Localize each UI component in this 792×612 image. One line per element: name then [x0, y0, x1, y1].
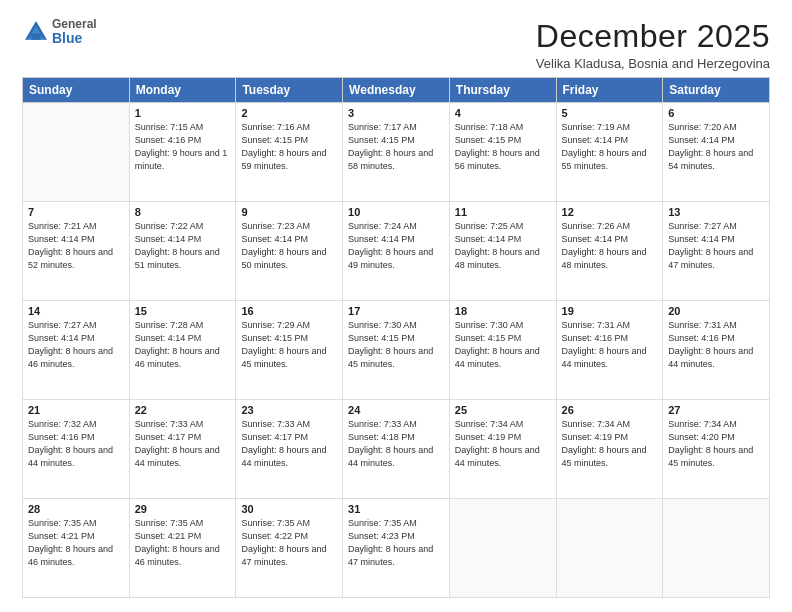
- calendar-cell: 10Sunrise: 7:24 AMSunset: 4:14 PMDayligh…: [343, 202, 450, 301]
- calendar-table: SundayMondayTuesdayWednesdayThursdayFrid…: [22, 77, 770, 598]
- calendar-cell: 6Sunrise: 7:20 AMSunset: 4:14 PMDaylight…: [663, 103, 770, 202]
- calendar-cell: 3Sunrise: 7:17 AMSunset: 4:15 PMDaylight…: [343, 103, 450, 202]
- calendar-cell: 4Sunrise: 7:18 AMSunset: 4:15 PMDaylight…: [449, 103, 556, 202]
- day-number: 18: [455, 305, 551, 317]
- cell-info: Sunrise: 7:35 AMSunset: 4:23 PMDaylight:…: [348, 517, 444, 569]
- svg-rect-2: [31, 34, 40, 40]
- cell-info: Sunrise: 7:30 AMSunset: 4:15 PMDaylight:…: [348, 319, 444, 371]
- calendar-cell: 15Sunrise: 7:28 AMSunset: 4:14 PMDayligh…: [129, 301, 236, 400]
- day-header-monday: Monday: [129, 78, 236, 103]
- day-number: 8: [135, 206, 231, 218]
- week-row-1: 1Sunrise: 7:15 AMSunset: 4:16 PMDaylight…: [23, 103, 770, 202]
- logo: General Blue: [22, 18, 97, 47]
- cell-info: Sunrise: 7:35 AMSunset: 4:21 PMDaylight:…: [135, 517, 231, 569]
- day-number: 9: [241, 206, 337, 218]
- cell-info: Sunrise: 7:34 AMSunset: 4:19 PMDaylight:…: [562, 418, 658, 470]
- header: General Blue December 2025 Velika Kladus…: [22, 18, 770, 71]
- day-header-thursday: Thursday: [449, 78, 556, 103]
- cell-info: Sunrise: 7:34 AMSunset: 4:19 PMDaylight:…: [455, 418, 551, 470]
- calendar-cell: 20Sunrise: 7:31 AMSunset: 4:16 PMDayligh…: [663, 301, 770, 400]
- day-number: 7: [28, 206, 124, 218]
- calendar-cell: 17Sunrise: 7:30 AMSunset: 4:15 PMDayligh…: [343, 301, 450, 400]
- location-subtitle: Velika Kladusa, Bosnia and Herzegovina: [536, 56, 770, 71]
- calendar-cell: [449, 499, 556, 598]
- calendar-cell: 13Sunrise: 7:27 AMSunset: 4:14 PMDayligh…: [663, 202, 770, 301]
- cell-info: Sunrise: 7:28 AMSunset: 4:14 PMDaylight:…: [135, 319, 231, 371]
- calendar-cell: 22Sunrise: 7:33 AMSunset: 4:17 PMDayligh…: [129, 400, 236, 499]
- calendar-cell: 5Sunrise: 7:19 AMSunset: 4:14 PMDaylight…: [556, 103, 663, 202]
- calendar-cell: 14Sunrise: 7:27 AMSunset: 4:14 PMDayligh…: [23, 301, 130, 400]
- day-header-friday: Friday: [556, 78, 663, 103]
- week-row-4: 21Sunrise: 7:32 AMSunset: 4:16 PMDayligh…: [23, 400, 770, 499]
- day-header-tuesday: Tuesday: [236, 78, 343, 103]
- day-number: 5: [562, 107, 658, 119]
- calendar-cell: 11Sunrise: 7:25 AMSunset: 4:14 PMDayligh…: [449, 202, 556, 301]
- cell-info: Sunrise: 7:16 AMSunset: 4:15 PMDaylight:…: [241, 121, 337, 173]
- cell-info: Sunrise: 7:35 AMSunset: 4:21 PMDaylight:…: [28, 517, 124, 569]
- calendar-cell: [663, 499, 770, 598]
- day-header-saturday: Saturday: [663, 78, 770, 103]
- cell-info: Sunrise: 7:33 AMSunset: 4:17 PMDaylight:…: [241, 418, 337, 470]
- calendar-cell: 16Sunrise: 7:29 AMSunset: 4:15 PMDayligh…: [236, 301, 343, 400]
- day-number: 26: [562, 404, 658, 416]
- day-number: 3: [348, 107, 444, 119]
- day-number: 16: [241, 305, 337, 317]
- day-number: 30: [241, 503, 337, 515]
- day-header-sunday: Sunday: [23, 78, 130, 103]
- cell-info: Sunrise: 7:17 AMSunset: 4:15 PMDaylight:…: [348, 121, 444, 173]
- day-number: 10: [348, 206, 444, 218]
- day-number: 6: [668, 107, 764, 119]
- cell-info: Sunrise: 7:34 AMSunset: 4:20 PMDaylight:…: [668, 418, 764, 470]
- day-number: 19: [562, 305, 658, 317]
- calendar-cell: 28Sunrise: 7:35 AMSunset: 4:21 PMDayligh…: [23, 499, 130, 598]
- cell-info: Sunrise: 7:25 AMSunset: 4:14 PMDaylight:…: [455, 220, 551, 272]
- cell-info: Sunrise: 7:19 AMSunset: 4:14 PMDaylight:…: [562, 121, 658, 173]
- day-number: 11: [455, 206, 551, 218]
- calendar-cell: 29Sunrise: 7:35 AMSunset: 4:21 PMDayligh…: [129, 499, 236, 598]
- week-row-3: 14Sunrise: 7:27 AMSunset: 4:14 PMDayligh…: [23, 301, 770, 400]
- week-row-5: 28Sunrise: 7:35 AMSunset: 4:21 PMDayligh…: [23, 499, 770, 598]
- logo-text: General Blue: [52, 18, 97, 47]
- day-number: 23: [241, 404, 337, 416]
- calendar-cell: 23Sunrise: 7:33 AMSunset: 4:17 PMDayligh…: [236, 400, 343, 499]
- title-block: December 2025 Velika Kladusa, Bosnia and…: [536, 18, 770, 71]
- cell-info: Sunrise: 7:31 AMSunset: 4:16 PMDaylight:…: [668, 319, 764, 371]
- calendar-cell: 25Sunrise: 7:34 AMSunset: 4:19 PMDayligh…: [449, 400, 556, 499]
- logo-blue-label: Blue: [52, 31, 97, 46]
- day-number: 4: [455, 107, 551, 119]
- calendar-cell: 7Sunrise: 7:21 AMSunset: 4:14 PMDaylight…: [23, 202, 130, 301]
- day-number: 22: [135, 404, 231, 416]
- calendar-cell: 9Sunrise: 7:23 AMSunset: 4:14 PMDaylight…: [236, 202, 343, 301]
- cell-info: Sunrise: 7:29 AMSunset: 4:15 PMDaylight:…: [241, 319, 337, 371]
- day-number: 29: [135, 503, 231, 515]
- page: General Blue December 2025 Velika Kladus…: [0, 0, 792, 612]
- logo-icon: [22, 18, 50, 46]
- day-number: 20: [668, 305, 764, 317]
- day-number: 15: [135, 305, 231, 317]
- cell-info: Sunrise: 7:30 AMSunset: 4:15 PMDaylight:…: [455, 319, 551, 371]
- calendar-cell: 1Sunrise: 7:15 AMSunset: 4:16 PMDaylight…: [129, 103, 236, 202]
- calendar-cell: 31Sunrise: 7:35 AMSunset: 4:23 PMDayligh…: [343, 499, 450, 598]
- cell-info: Sunrise: 7:31 AMSunset: 4:16 PMDaylight:…: [562, 319, 658, 371]
- week-row-2: 7Sunrise: 7:21 AMSunset: 4:14 PMDaylight…: [23, 202, 770, 301]
- day-number: 2: [241, 107, 337, 119]
- day-number: 24: [348, 404, 444, 416]
- cell-info: Sunrise: 7:33 AMSunset: 4:18 PMDaylight:…: [348, 418, 444, 470]
- calendar-cell: 8Sunrise: 7:22 AMSunset: 4:14 PMDaylight…: [129, 202, 236, 301]
- cell-info: Sunrise: 7:15 AMSunset: 4:16 PMDaylight:…: [135, 121, 231, 173]
- calendar-cell: 2Sunrise: 7:16 AMSunset: 4:15 PMDaylight…: [236, 103, 343, 202]
- day-number: 28: [28, 503, 124, 515]
- calendar-cell: 26Sunrise: 7:34 AMSunset: 4:19 PMDayligh…: [556, 400, 663, 499]
- calendar-cell: 27Sunrise: 7:34 AMSunset: 4:20 PMDayligh…: [663, 400, 770, 499]
- cell-info: Sunrise: 7:21 AMSunset: 4:14 PMDaylight:…: [28, 220, 124, 272]
- cell-info: Sunrise: 7:24 AMSunset: 4:14 PMDaylight:…: [348, 220, 444, 272]
- day-number: 25: [455, 404, 551, 416]
- cell-info: Sunrise: 7:20 AMSunset: 4:14 PMDaylight:…: [668, 121, 764, 173]
- cell-info: Sunrise: 7:26 AMSunset: 4:14 PMDaylight:…: [562, 220, 658, 272]
- cell-info: Sunrise: 7:27 AMSunset: 4:14 PMDaylight:…: [668, 220, 764, 272]
- cell-info: Sunrise: 7:27 AMSunset: 4:14 PMDaylight:…: [28, 319, 124, 371]
- day-number: 17: [348, 305, 444, 317]
- calendar-cell: 21Sunrise: 7:32 AMSunset: 4:16 PMDayligh…: [23, 400, 130, 499]
- month-title: December 2025: [536, 18, 770, 55]
- day-number: 13: [668, 206, 764, 218]
